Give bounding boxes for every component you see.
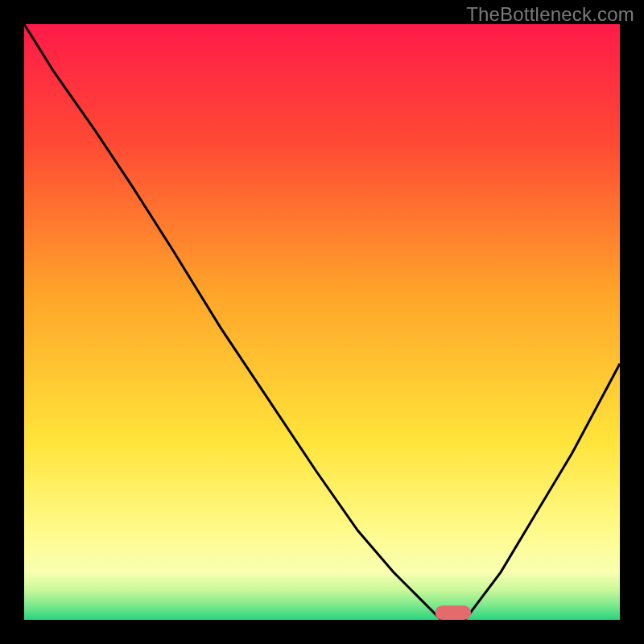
chart-frame: TheBottleneck.com <box>0 0 644 644</box>
plot-background <box>24 24 620 620</box>
highlight-pill <box>436 605 471 620</box>
watermark-text: TheBottleneck.com <box>466 3 634 26</box>
bottleneck-chart <box>24 24 620 620</box>
